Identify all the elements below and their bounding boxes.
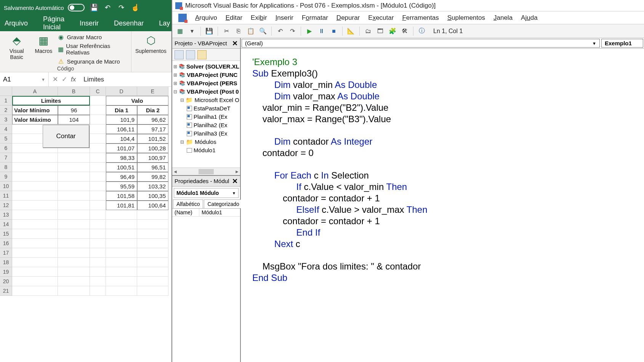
cell[interactable]: 101,52 — [137, 134, 168, 144]
menu-suplementos[interactable]: Suplementos — [447, 14, 485, 22]
cell[interactable] — [12, 163, 58, 172]
tree-folder[interactable]: Módulos — [195, 138, 216, 146]
run-icon[interactable]: ▶ — [305, 27, 314, 36]
cell[interactable] — [58, 172, 90, 182]
cell[interactable] — [137, 220, 168, 229]
cell[interactable] — [12, 172, 58, 182]
autosave-toggle[interactable] — [68, 4, 85, 11]
macros-button[interactable]: ▦ Macros — [35, 33, 52, 65]
cell[interactable] — [58, 210, 90, 220]
row-header[interactable]: 20 — [0, 277, 12, 286]
cell[interactable]: 96,49 — [106, 172, 137, 182]
cell-valo[interactable]: Valo — [106, 96, 168, 105]
cell[interactable] — [58, 153, 90, 163]
pause-icon[interactable]: ⏸ — [317, 27, 326, 36]
object-dropdown[interactable]: (Geral)▼ — [242, 39, 600, 48]
cell[interactable] — [90, 105, 106, 115]
tab-desenhar[interactable]: Desenhar — [112, 16, 146, 30]
cell[interactable] — [12, 239, 58, 248]
menu-exibir[interactable]: Exibir — [251, 14, 267, 22]
cell[interactable] — [106, 286, 137, 296]
cell[interactable] — [58, 201, 90, 210]
cell[interactable] — [90, 239, 106, 248]
cell[interactable]: 100,35 — [137, 191, 168, 201]
cell[interactable]: Valor Mínimo — [12, 105, 58, 115]
project-hscroll[interactable]: ◄► — [172, 167, 240, 175]
close-icon[interactable]: ✕ — [232, 177, 238, 185]
design-icon[interactable]: 📐 — [346, 27, 356, 36]
tab-arquivo[interactable]: Arquivo — [2, 16, 30, 30]
cell[interactable]: 99,82 — [137, 172, 168, 182]
insert-icon[interactable]: ▾ — [187, 27, 197, 36]
suplementos-button[interactable]: ⬡ Suplementos — [135, 33, 167, 54]
cell[interactable] — [90, 267, 106, 277]
col-header-d[interactable]: D — [106, 87, 137, 96]
cell-a1[interactable]: Limites — [12, 96, 90, 105]
stop-icon[interactable]: ■ — [329, 27, 338, 36]
row-header[interactable]: 14 — [0, 220, 12, 229]
cell[interactable]: 103,32 — [137, 182, 168, 191]
tree-project[interactable]: VBAProject (PERS — [187, 79, 237, 88]
tab-categorizado[interactable]: Categorizado — [204, 199, 242, 208]
tree-sheet[interactable]: EstaPastaDeT — [194, 104, 231, 113]
row-header[interactable]: 9 — [0, 172, 12, 182]
cell[interactable]: 101,81 — [106, 201, 137, 210]
cell[interactable]: 96,62 — [137, 115, 168, 124]
cell[interactable] — [90, 163, 106, 172]
cell[interactable] — [106, 229, 137, 239]
tree-sheet[interactable]: Planilha1 (Ex — [194, 113, 227, 121]
gravar-macro-button[interactable]: ◉Gravar Macro — [58, 33, 127, 40]
cell[interactable] — [106, 239, 137, 248]
save-icon[interactable]: 💾 — [205, 27, 214, 36]
view-object-icon[interactable] — [186, 50, 195, 59]
menu-janela[interactable]: Janela — [493, 14, 513, 22]
cell[interactable] — [12, 191, 58, 201]
row-header[interactable]: 8 — [0, 163, 12, 172]
tree-sheet[interactable]: Planilha2 (Ex — [194, 121, 227, 129]
row-header[interactable]: 1 — [0, 96, 12, 105]
cell[interactable]: 104 — [58, 115, 90, 124]
cell[interactable] — [90, 153, 106, 163]
row-header[interactable]: 16 — [0, 239, 12, 248]
cell[interactable] — [137, 267, 168, 277]
cell[interactable] — [137, 210, 168, 220]
cell[interactable] — [12, 220, 58, 229]
cell[interactable] — [137, 258, 168, 267]
cell[interactable] — [58, 277, 90, 286]
row-header[interactable]: 13 — [0, 210, 12, 220]
cell[interactable] — [58, 286, 90, 296]
cell[interactable]: 100,97 — [137, 153, 168, 163]
cell[interactable] — [137, 248, 168, 258]
cell[interactable] — [12, 286, 58, 296]
project-tree[interactable]: ⊞📚Solver (SOLVER.XL ⊞📚VBAProject (FUNC ⊞… — [172, 61, 240, 167]
cell[interactable] — [106, 267, 137, 277]
cell[interactable] — [90, 210, 106, 220]
fx-icon[interactable]: fx — [71, 76, 76, 83]
row-header[interactable]: 11 — [0, 191, 12, 201]
menu-arquivo[interactable]: AArquivorquivo — [195, 14, 217, 22]
folder-icon[interactable] — [197, 50, 207, 59]
redo-icon[interactable]: ↷ — [117, 3, 126, 12]
cell[interactable]: 100,28 — [137, 144, 168, 153]
view-code-icon[interactable] — [175, 50, 184, 59]
cell[interactable] — [90, 172, 106, 182]
cell[interactable] — [137, 229, 168, 239]
cell[interactable] — [90, 201, 106, 210]
col-header-b[interactable]: B — [58, 87, 90, 96]
row-header[interactable]: 10 — [0, 182, 12, 191]
menu-inserir[interactable]: Inserir — [276, 14, 293, 22]
cell[interactable] — [58, 248, 90, 258]
excel-icon[interactable]: ▦ — [175, 27, 184, 36]
confirm-icon[interactable]: ✓ — [62, 75, 67, 83]
cell[interactable] — [90, 96, 106, 105]
grid-body[interactable]: Limites Valo Valor Mínimo 96 Dia 1 Dia 2… — [12, 96, 168, 296]
menu-ajuda[interactable]: Ajuda — [521, 14, 538, 22]
cell[interactable] — [12, 248, 58, 258]
row-header[interactable]: 12 — [0, 201, 12, 210]
code-editor[interactable]: 'Exemplo 3 Sub Exemplo3() Dim valor_min … — [241, 49, 644, 362]
cell[interactable] — [58, 267, 90, 277]
menu-ferramentas[interactable]: Ferramentas — [402, 14, 439, 22]
project-icon[interactable]: 🗂 — [364, 27, 373, 36]
object-icon[interactable]: 🧩 — [388, 27, 397, 36]
row-header[interactable]: 4 — [0, 124, 12, 134]
